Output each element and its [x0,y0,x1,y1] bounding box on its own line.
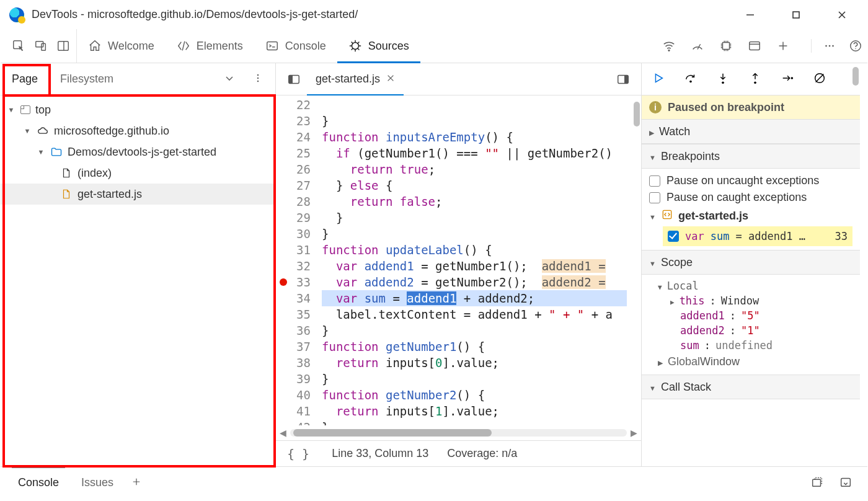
scope-this-row[interactable]: this: Window [649,293,852,308]
subtab-page[interactable]: Page [1,63,49,95]
checkbox-icon[interactable] [649,175,660,187]
drawer-collapse-icon[interactable] [839,475,852,490]
memory-icon[interactable] [719,39,733,53]
tab-console[interactable]: Console [254,29,337,63]
scrollbar-thumb[interactable] [293,429,492,437]
subtab-filesystem[interactable]: Filesystem [49,63,125,95]
deactivate-breakpoints-icon[interactable] [813,71,826,87]
editor-scrollbar-horizontal[interactable]: ◀ ▶ [276,425,641,440]
toggle-navigator-icon[interactable] [281,73,307,86]
tab-welcome[interactable]: Welcome [77,29,166,63]
scope-sum-val: undefined [715,339,773,352]
expand-icon[interactable] [649,150,656,163]
scope-global-row[interactable]: GlobalWindow [649,353,852,371]
editor-tab-label: get-started.js [316,73,380,86]
inspect-element-icon[interactable] [12,39,25,53]
line-gutter[interactable]: 2223242526272829303132333435363738394041… [276,95,322,425]
step-out-icon[interactable] [748,71,762,87]
expand-icon[interactable] [649,125,654,138]
subtab-page-label: Page [12,73,38,86]
scroll-right-icon[interactable]: ▶ [631,428,637,438]
maximize-button[interactable] [789,8,803,22]
step-over-icon[interactable] [684,71,698,87]
checkbox-checked-icon[interactable] [668,231,679,242]
tree-origin[interactable]: microsoftedge.github.io [1,120,275,141]
svg-point-58 [754,82,756,84]
section-scope[interactable]: Scope [642,250,860,275]
drawer-tab-issues[interactable]: Issues [70,467,125,499]
js-file-icon [60,188,73,200]
breakpoint-entry[interactable]: var sum = addend1 … 33 [663,226,852,246]
pause-uncaught-checkbox[interactable]: Pause on uncaught exceptions [649,172,852,189]
expand-icon[interactable] [670,295,675,307]
expand-icon[interactable] [23,127,32,135]
tree-top[interactable]: top [1,99,275,120]
code-content[interactable]: } function inputsAreEmpty() { if (getNum… [322,95,641,425]
close-tab-icon[interactable] [386,73,395,86]
svg-rect-9 [267,42,278,50]
editor-pane: get-started.js 2223242526272829303132333… [276,63,642,466]
app-icon [9,7,24,22]
section-scope-label: Scope [661,256,693,269]
expand-icon[interactable] [649,210,656,223]
section-callstack[interactable]: Call Stack [642,375,860,399]
scope-global-label: Global [668,355,700,368]
chevron-down-icon[interactable] [224,73,234,85]
svg-point-40 [832,45,834,47]
application-icon[interactable] [748,39,761,53]
add-tab-icon[interactable] [776,39,790,53]
toggle-debugger-icon[interactable] [610,73,636,86]
scope-addend2-val: "1" [741,324,760,337]
tree-folder[interactable]: Demos/devtools-js-get-started [1,141,275,162]
editor-statusbar: { } Line 33, Column 13 Coverage: n/a [276,440,641,466]
expand-icon[interactable] [658,280,662,292]
code-editor[interactable]: 2223242526272829303132333435363738394041… [276,95,641,425]
device-emulation-icon[interactable] [34,39,48,53]
tab-sources[interactable]: Sources [337,29,420,63]
breakpoint-marker[interactable] [280,278,287,286]
scroll-left-icon[interactable]: ◀ [280,428,286,438]
drawer-add-tab-icon[interactable] [125,476,148,489]
step-into-icon[interactable] [716,71,730,87]
performance-icon[interactable] [691,39,704,53]
pause-uncaught-label: Pause on uncaught exceptions [666,174,819,187]
section-watch[interactable]: Watch [642,119,860,144]
drawer-tab-console[interactable]: Console [7,467,70,499]
svg-line-62 [816,74,824,82]
help-icon[interactable] [849,39,862,53]
breakpoint-line-number: 33 [835,230,848,242]
close-button[interactable] [835,8,849,22]
scope-local-header[interactable]: Local [649,278,852,293]
expand-icon[interactable] [649,256,656,269]
tab-console-label: Console [285,40,326,53]
expand-icon[interactable] [658,355,663,368]
drawer-expand-icon[interactable] [810,475,824,490]
section-breakpoints[interactable]: Breakpoints [642,144,860,169]
svg-point-60 [791,77,794,79]
breakpoint-file-row[interactable]: get-started.js [649,206,852,226]
section-watch-label: Watch [659,125,690,138]
network-conditions-icon[interactable] [662,39,676,53]
frame-icon [20,105,30,114]
more-tools-icon[interactable] [823,39,836,53]
dock-side-icon[interactable] [56,39,70,53]
tab-elements[interactable]: Elements [166,29,254,63]
expand-icon[interactable] [649,381,656,394]
editor-scrollbar-vertical[interactable] [634,102,640,126]
tree-js-file[interactable]: get-started.js [1,184,275,205]
resume-icon[interactable] [652,71,665,87]
debugger-pane: i Paused on breakpoint Watch Breakpoints… [642,63,860,466]
debugger-scrollbar[interactable] [852,67,859,86]
minimize-button[interactable] [743,8,757,22]
tree-index-file[interactable]: (index) [1,162,275,184]
pretty-print-icon[interactable]: { } [287,446,313,461]
editor-tab[interactable]: get-started.js [307,63,404,95]
expand-icon[interactable] [7,106,16,113]
step-icon[interactable] [781,71,794,87]
pause-caught-checkbox[interactable]: Pause on caught exceptions [649,189,852,206]
svg-point-54 [689,81,692,83]
more-icon[interactable] [253,73,263,85]
expand-icon[interactable] [37,148,45,156]
cloud-icon [37,125,49,137]
checkbox-icon[interactable] [649,192,660,203]
